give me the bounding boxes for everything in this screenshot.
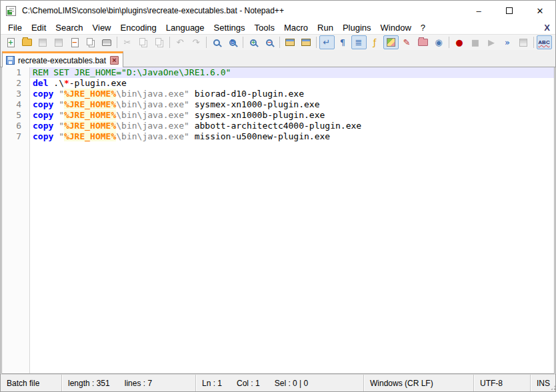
line-number[interactable]: 4	[2, 99, 30, 110]
zoom-out-button[interactable]: −	[262, 35, 277, 49]
token-kw: copy	[33, 121, 53, 131]
monitor-edit-button[interactable]: ✎	[399, 35, 415, 49]
token-str: \bin\java.exe"	[116, 121, 189, 131]
indent-guide-icon: ≣	[355, 38, 363, 47]
line-position-label: Ln : 1	[202, 379, 222, 388]
menu-bar: FileEditSearchViewEncodingLanguageSettin…	[1, 21, 555, 34]
open-file-button[interactable]	[19, 35, 35, 49]
cut-button: ✂	[120, 35, 135, 49]
menu-language[interactable]: Language	[161, 22, 209, 33]
show-all-characters-button[interactable]: ¶	[335, 35, 351, 49]
minimize-icon: –	[476, 6, 481, 16]
code-text[interactable]: copy "%JRE_HOME%\bin\java.exe" abbott-ar…	[30, 121, 554, 131]
record-macro-button[interactable]: ●	[452, 35, 467, 49]
code-editor[interactable]: 1REM SET JRE_HOME="D:\JavaOne\JRE1.6.0"2…	[2, 67, 554, 373]
token-plain	[53, 110, 59, 120]
code-line-4[interactable]: 4copy "%JRE_HOME%\bin\java.exe" sysmex-x…	[2, 99, 554, 110]
menu-encoding[interactable]: Encoding	[116, 22, 161, 33]
close-all-icon	[87, 38, 93, 45]
scissors-icon: ✂	[124, 38, 131, 47]
menubar-close-x-icon[interactable]: X	[544, 23, 550, 33]
doc-type-label: Batch file	[7, 379, 39, 388]
tab-close-icon[interactable]: ×	[110, 56, 119, 65]
new-file-button[interactable]: +	[3, 35, 19, 49]
code-text[interactable]: del .\*-plugin.exe	[30, 78, 554, 89]
line-number[interactable]: 2	[2, 78, 30, 89]
zoom-in-button[interactable]: +	[246, 35, 261, 49]
printer-icon	[102, 39, 111, 46]
code-line-1[interactable]: 1REM SET JRE_HOME="D:\JavaOne\JRE1.6.0"	[2, 67, 554, 78]
menu-plugins[interactable]: Plugins	[338, 22, 376, 33]
close-button[interactable]: ✕	[525, 1, 555, 21]
code-text[interactable]: REM SET JRE_HOME="D:\JavaOne\JRE1.6.0"	[30, 67, 554, 78]
copy-icon	[139, 38, 145, 45]
line-number[interactable]: 1	[2, 67, 30, 78]
line-number[interactable]: 6	[2, 121, 30, 131]
function-list-button[interactable]: ƒ	[367, 35, 383, 49]
folder-as-workspace-button[interactable]	[415, 35, 431, 49]
minimize-button[interactable]: –	[463, 1, 494, 21]
token-str: \bin\java.exe"	[116, 110, 189, 120]
status-eol-format[interactable]: Windows (CR LF)	[364, 375, 474, 391]
menu-search[interactable]: Search	[51, 22, 87, 33]
code-text[interactable]: copy "%JRE_HOME%\bin\java.exe" sysmex-xn…	[30, 110, 554, 121]
token-plain: mission-u500new-plugin.exe	[189, 131, 330, 141]
replace-button[interactable]: b	[225, 35, 241, 49]
sync-vertical-scroll-button[interactable]	[283, 35, 298, 49]
spell-check-button[interactable]: ABC	[537, 35, 552, 49]
line-number[interactable]: 3	[2, 89, 30, 99]
code-line-3[interactable]: 3copy "%JRE_HOME%\bin\java.exe" biorad-d…	[2, 89, 554, 99]
token-plain	[53, 121, 59, 131]
insert-mode-label: INS	[537, 379, 550, 388]
document-map-button[interactable]	[383, 35, 399, 49]
menu-run[interactable]: Run	[313, 22, 338, 33]
monitoring-button[interactable]: ◉	[431, 35, 447, 49]
resize-grip[interactable]	[550, 381, 556, 391]
find-button[interactable]	[209, 35, 225, 49]
token-plain	[53, 131, 59, 141]
code-line-6[interactable]: 6copy "%JRE_HOME%\bin\java.exe" abbott-a…	[2, 121, 554, 131]
code-line-5[interactable]: 5copy "%JRE_HOME%\bin\java.exe" sysmex-x…	[2, 110, 554, 121]
status-encoding[interactable]: UTF-8	[474, 375, 531, 391]
maximize-button[interactable]	[494, 1, 525, 21]
save-all-button	[51, 35, 67, 49]
code-text[interactable]: copy "%JRE_HOME%\bin\java.exe" biorad-d1…	[30, 89, 554, 99]
close-file-button[interactable]: −	[67, 35, 83, 49]
status-bar: Batch file length : 351 lines : 7 Ln : 1…	[1, 374, 555, 391]
open-folder-icon	[22, 39, 32, 46]
toolbar-separator	[449, 37, 449, 48]
close-all-button[interactable]	[83, 35, 99, 49]
function-list-icon: ƒ	[373, 38, 377, 47]
line-number[interactable]: 5	[2, 110, 30, 121]
indent-guide-button[interactable]: ≣	[351, 35, 367, 49]
save-macro-icon	[519, 39, 527, 47]
pink-folder-icon	[418, 39, 428, 46]
run-macro-multiple-button[interactable]: »	[500, 35, 515, 49]
code-text[interactable]: copy "%JRE_HOME%\bin\java.exe" sysmex-xn…	[30, 99, 554, 110]
menu-settings[interactable]: Settings	[209, 22, 250, 33]
code-line-7[interactable]: 7copy "%JRE_HOME%\bin\java.exe" mission-…	[2, 131, 554, 142]
tab-recreate-executables[interactable]: recreate-executables.bat ×	[2, 51, 123, 67]
play-triangle-icon: ▶	[488, 38, 495, 47]
code-line-2[interactable]: 2del .\*-plugin.exe	[2, 78, 554, 89]
status-insert-mode[interactable]: INS	[531, 375, 556, 391]
sync-horizontal-icon	[301, 39, 311, 46]
paste-icon	[155, 38, 161, 45]
sync-horizontal-scroll-button[interactable]	[299, 35, 314, 49]
play-macro-button: ▶	[484, 35, 499, 49]
gutter-filler	[2, 142, 30, 373]
close-icon: ✕	[537, 6, 544, 16]
code-text[interactable]: copy "%JRE_HOME%\bin\java.exe" mission-u…	[30, 131, 554, 142]
menu-file[interactable]: File	[3, 22, 27, 33]
menu-help[interactable]: ?	[416, 22, 430, 33]
token-str: "	[59, 110, 64, 120]
menu-macro[interactable]: Macro	[279, 22, 313, 33]
menu-edit[interactable]: Edit	[27, 22, 51, 33]
code-filler[interactable]	[30, 142, 554, 373]
menu-tools[interactable]: Tools	[250, 22, 279, 33]
line-number[interactable]: 7	[2, 131, 30, 142]
menu-window[interactable]: Window	[376, 22, 416, 33]
menu-view[interactable]: View	[88, 22, 116, 33]
word-wrap-button[interactable]: ↵	[319, 35, 335, 49]
print-button[interactable]	[99, 35, 115, 49]
